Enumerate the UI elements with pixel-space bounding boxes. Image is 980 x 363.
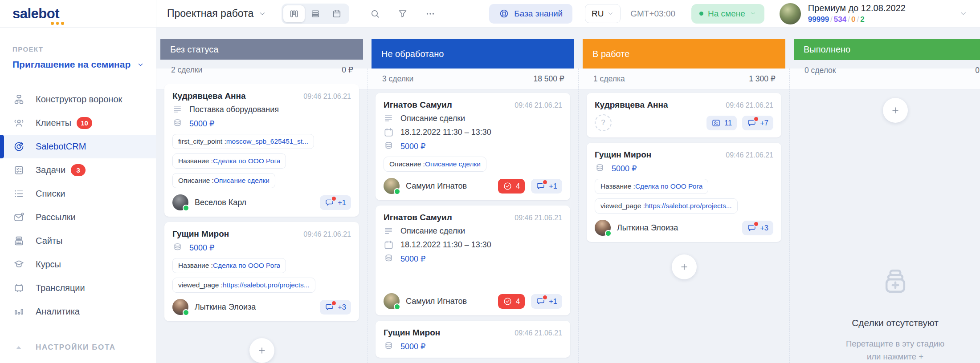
bot-settings-toggle[interactable]: НАСТРОЙКИ БОТА bbox=[13, 342, 156, 353]
language-select[interactable]: RU bbox=[585, 4, 621, 23]
chat-count: +1 bbox=[338, 198, 346, 207]
plus-icon bbox=[890, 105, 900, 115]
kanban-view-button[interactable] bbox=[283, 5, 305, 22]
chat-badge[interactable]: +1 bbox=[320, 195, 351, 210]
column-header: В работе bbox=[583, 39, 785, 69]
list-view-button[interactable] bbox=[305, 5, 326, 22]
field-chip: viewed_page : https://salebot.pro/projec… bbox=[595, 198, 738, 214]
search-icon[interactable] bbox=[370, 8, 380, 19]
manager-avatar[interactable] bbox=[172, 299, 188, 315]
logo[interactable]: salebot bbox=[12, 6, 59, 22]
deal-card[interactable]: Гущин Мирон09:46 21.06.215000 ₽Название … bbox=[587, 143, 781, 242]
chip-value: Сделка по ООО Рога bbox=[213, 157, 280, 165]
field-chips: Описание : Описание сделки bbox=[384, 157, 562, 172]
kanban-view-icon bbox=[289, 9, 299, 19]
more-icon[interactable] bbox=[425, 8, 436, 19]
deal-card[interactable]: Гущин Мирон09:46 21.06.215000 ₽ bbox=[376, 321, 570, 358]
bot-settings-label: НАСТРОЙКИ БОТА bbox=[36, 343, 116, 352]
chat-count: +1 bbox=[549, 182, 557, 190]
chat-icon bbox=[536, 182, 545, 191]
deal-amount-row: 5000 ₽ bbox=[595, 163, 773, 173]
project-view-title[interactable]: Проектная работа bbox=[167, 8, 266, 20]
deal-timestamp: 09:46 21.06.21 bbox=[514, 101, 562, 109]
deal-timestamp: 09:46 21.06.21 bbox=[726, 101, 773, 109]
manager-name: Самуил Игнатов bbox=[406, 182, 492, 191]
manager-avatar[interactable] bbox=[384, 178, 400, 194]
row-text: 5000 ₽ bbox=[400, 342, 426, 351]
filter-icon[interactable] bbox=[397, 8, 408, 19]
manager-name: Веселов Карл bbox=[195, 198, 314, 207]
user-menu-chevron[interactable] bbox=[959, 9, 968, 18]
deal-sum: 0 ₽ bbox=[975, 66, 980, 75]
manager-avatar[interactable] bbox=[384, 293, 400, 309]
deal-card[interactable]: Игнатов Самуил09:46 21.06.21Описание сде… bbox=[376, 93, 570, 200]
deal-info-row: Описание сделки bbox=[384, 226, 562, 236]
deal-card[interactable]: Игнатов Самуил09:46 21.06.21Описание сде… bbox=[376, 206, 570, 315]
chat-badge[interactable]: +1 bbox=[531, 294, 562, 309]
manager-avatar[interactable] bbox=[595, 220, 611, 236]
deal-card[interactable]: Кудрявцева Анна09:46 21.06.21?11+7 bbox=[587, 93, 781, 137]
knowledge-base-button[interactable]: База знаний bbox=[489, 4, 572, 24]
sidebar-item-funnel-builder[interactable]: Конструктор воронок bbox=[0, 88, 156, 111]
main-body: ПРОЕКТ Приглашение на семинар Конструкто… bbox=[0, 28, 980, 363]
deal-amount-row: 5000 ₽ bbox=[172, 118, 351, 129]
field-chip: Описание : Описание сделки bbox=[384, 157, 486, 172]
tasks-badge[interactable]: 4 bbox=[498, 294, 525, 309]
tasks-badge[interactable]: 4 bbox=[498, 179, 525, 194]
description-icon bbox=[384, 113, 394, 124]
chat-badge[interactable]: +3 bbox=[320, 300, 351, 315]
chat-badge[interactable]: +1 bbox=[531, 179, 562, 194]
money-icon bbox=[172, 118, 183, 129]
chat-badge[interactable]: +3 bbox=[742, 221, 773, 235]
sidebar-item-lists[interactable]: Списки bbox=[0, 182, 156, 206]
card-spacer bbox=[384, 264, 562, 287]
page-title: Проектная работа bbox=[167, 8, 253, 20]
sidebar-item-analytics[interactable]: Аналитика bbox=[0, 300, 156, 323]
card-footer: Веселов Карл+1 bbox=[172, 194, 351, 210]
manager-name: Самуил Игнатов bbox=[406, 297, 492, 306]
add-deal-button[interactable] bbox=[883, 98, 908, 123]
language-value: RU bbox=[592, 9, 604, 19]
add-deal-button[interactable] bbox=[249, 338, 274, 363]
field-chip: Название : Сделка по ООО Рога bbox=[172, 258, 286, 273]
sidebar-item-tasks[interactable]: Задачи3 bbox=[0, 158, 156, 182]
row-text: 18.12.2022 11:30 – 13:30 bbox=[400, 128, 491, 137]
fields-badge[interactable]: 11 bbox=[706, 116, 737, 130]
chip-value: Описание сделки bbox=[425, 160, 481, 168]
chip-label: viewed_page : bbox=[178, 281, 223, 289]
sidebar-item-broadcasts[interactable]: Трансляции bbox=[0, 276, 156, 300]
logo-text: salebot bbox=[12, 6, 59, 21]
money-icon bbox=[384, 254, 394, 264]
sidebar-item-badge: 10 bbox=[77, 117, 92, 129]
shift-status-dropdown[interactable]: На смене bbox=[691, 4, 764, 24]
manager-avatar[interactable] bbox=[172, 194, 188, 210]
user-avatar[interactable] bbox=[780, 3, 801, 24]
deal-card[interactable]: Гущин Мирон09:46 21.06.215000 ₽Название … bbox=[164, 222, 359, 321]
calendar-view-button[interactable] bbox=[326, 5, 347, 22]
sidebar-item-crm[interactable]: SalebotCRM bbox=[0, 135, 156, 158]
sidebar-item-mailings[interactable]: Рассылки bbox=[0, 206, 156, 229]
sidebar-item-courses[interactable]: Курсы bbox=[0, 253, 156, 276]
sidebar-item-sites[interactable]: Сайты bbox=[0, 229, 156, 253]
deal-card[interactable]: Кудрявцева Анна09:46 21.06.21Поставка об… bbox=[164, 84, 359, 217]
manager-name: Лыткина Элоиза bbox=[195, 302, 314, 312]
counter-value: 534 bbox=[834, 15, 846, 24]
sidebar-item-clients[interactable]: Клиенты10 bbox=[0, 111, 156, 135]
account-summary[interactable]: Премиум до 12.08.2022 99999/534/0/2 bbox=[808, 3, 906, 24]
deal-count: 0 сделок bbox=[804, 66, 836, 75]
deal-contact-name: Игнатов Самуил bbox=[384, 213, 452, 222]
no-avatar-placeholder: ? bbox=[595, 114, 612, 131]
logo-dots bbox=[51, 22, 64, 25]
card-head: Кудрявцева Анна09:46 21.06.21 bbox=[595, 100, 773, 110]
column-title: В работе bbox=[592, 49, 629, 59]
plus-icon bbox=[679, 262, 689, 272]
chip-label: Название : bbox=[178, 262, 213, 270]
add-deal-button[interactable] bbox=[672, 254, 697, 279]
project-selector[interactable]: Приглашение на семинар bbox=[12, 59, 144, 70]
chip-value: https://salebot.pro/projects... bbox=[223, 281, 310, 289]
sidebar-item-label: Рассылки bbox=[36, 212, 76, 222]
calendar-view-icon bbox=[332, 9, 342, 19]
deal-count: 1 сделка bbox=[593, 74, 625, 84]
chat-badge[interactable]: +7 bbox=[742, 116, 773, 130]
field-chip: Описание : Описание сделки bbox=[172, 173, 275, 188]
